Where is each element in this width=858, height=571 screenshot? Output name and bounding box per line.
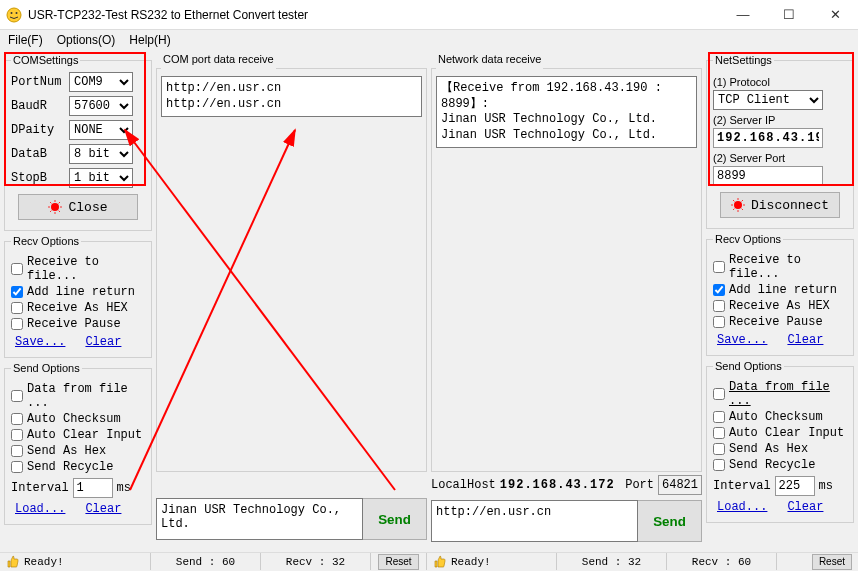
send-options-right: Send Options Data from file ... Auto Che…: [706, 360, 854, 523]
auto-checksum-check[interactable]: [11, 413, 23, 425]
svg-line-10: [50, 211, 51, 212]
svg-line-21: [733, 209, 734, 210]
parity-select[interactable]: NONE: [69, 120, 133, 140]
close-com-label: Close: [68, 200, 107, 215]
status-recv-right: Recv : 60: [692, 556, 751, 568]
recv-save-link-r[interactable]: Save...: [717, 333, 767, 347]
svg-point-0: [7, 8, 21, 22]
recv-clear-link-r[interactable]: Clear: [787, 333, 823, 347]
server-ip-input[interactable]: [713, 128, 823, 148]
status-ready-left: Ready!: [24, 556, 64, 568]
portnum-label: PortNum: [11, 75, 65, 89]
localhost-label: LocalHost: [431, 478, 496, 492]
window-title: USR-TCP232-Test RS232 to Ethernet Conver…: [28, 8, 720, 22]
send-clear-link[interactable]: Clear: [85, 502, 121, 516]
data-from-file-check[interactable]: [11, 390, 23, 402]
datab-select[interactable]: 8 bit: [69, 144, 133, 164]
svg-line-9: [59, 211, 60, 212]
menu-help[interactable]: Help(H): [125, 31, 174, 49]
status-send-right: Send : 32: [582, 556, 641, 568]
reset-button-right[interactable]: Reset: [812, 554, 852, 570]
menubar: File(F) Options(O) Help(H): [0, 30, 858, 50]
com-send-button[interactable]: Send: [363, 498, 427, 540]
net-recv-area[interactable]: 【Receive from 192.168.43.190 : 8899】: Ji…: [436, 76, 697, 148]
status-recv-left: Recv : 32: [286, 556, 345, 568]
send-as-hex-check[interactable]: [11, 445, 23, 457]
maximize-button[interactable]: ☐: [766, 0, 812, 30]
localhost-port-label: Port: [625, 478, 654, 492]
send-options-left: Send Options Data from file ... Auto Che…: [4, 362, 152, 525]
protocol-label: (1) Protocol: [713, 76, 847, 88]
localhost-ip: 192.168.43.172: [500, 478, 615, 492]
localhost-port: [658, 475, 702, 495]
server-port-input[interactable]: [713, 166, 823, 186]
record-icon: [48, 200, 62, 214]
datab-label: DataB: [11, 147, 65, 161]
net-send-button[interactable]: Send: [638, 500, 702, 542]
interval-input-left[interactable]: [73, 478, 113, 498]
svg-point-1: [11, 12, 13, 14]
send-load-link-r[interactable]: Load...: [717, 500, 767, 514]
add-line-return-check-r[interactable]: [713, 284, 725, 296]
portnum-select[interactable]: COM9: [69, 72, 133, 92]
status-send-left: Send : 60: [176, 556, 235, 568]
com-send-input[interactable]: [156, 498, 363, 540]
recv-options-right: Recv Options Receive to file... Add line…: [706, 233, 854, 356]
server-port-label: (2) Server Port: [713, 152, 847, 164]
protocol-select[interactable]: TCP Client: [713, 90, 823, 110]
menu-file[interactable]: File(F): [4, 31, 47, 49]
add-line-return-check[interactable]: [11, 286, 23, 298]
svg-line-19: [733, 200, 734, 201]
recv-pause-check-r[interactable]: [713, 316, 725, 328]
svg-point-2: [16, 12, 18, 14]
recv-to-file-check-r[interactable]: [713, 261, 725, 273]
send-clear-link-r[interactable]: Clear: [787, 500, 823, 514]
recv-options-left: Recv Options Receive to file... Add line…: [4, 235, 152, 358]
svg-line-20: [742, 209, 743, 210]
interval-input-right[interactable]: [775, 476, 815, 496]
parity-label: DPaity: [11, 123, 65, 137]
auto-checksum-check-r[interactable]: [713, 411, 725, 423]
com-settings-legend: COMSettings: [11, 54, 80, 66]
thumbs-up-icon: [6, 555, 20, 569]
net-send-input[interactable]: [431, 500, 638, 542]
recv-as-hex-check-r[interactable]: [713, 300, 725, 312]
svg-point-14: [734, 201, 742, 209]
net-recv-group: Network data receive 【Receive from 192.1…: [431, 62, 702, 472]
send-load-link[interactable]: Load...: [15, 502, 65, 516]
send-as-hex-check-r[interactable]: [713, 443, 725, 455]
baud-label: BaudR: [11, 99, 65, 113]
stopb-label: StopB: [11, 171, 65, 185]
svg-line-8: [50, 202, 51, 203]
disconnect-label: Disconnect: [751, 198, 829, 213]
record-icon: [731, 198, 745, 212]
auto-clear-input-check[interactable]: [11, 429, 23, 441]
svg-point-3: [51, 203, 59, 211]
close-com-button[interactable]: Close: [18, 194, 138, 220]
status-ready-right: Ready!: [451, 556, 491, 568]
recv-as-hex-check[interactable]: [11, 302, 23, 314]
titlebar: USR-TCP232-Test RS232 to Ethernet Conver…: [0, 0, 858, 30]
data-from-file-check-r[interactable]: [713, 388, 725, 400]
net-settings-group: NetSettings (1) ProtocolTCP Client (2) S…: [706, 54, 854, 229]
recv-to-file-check[interactable]: [11, 263, 23, 275]
recv-save-link[interactable]: Save...: [15, 335, 65, 349]
server-ip-label: (2) Server IP: [713, 114, 847, 126]
send-recycle-check-r[interactable]: [713, 459, 725, 471]
close-window-button[interactable]: ✕: [812, 0, 858, 30]
com-settings-group: COMSettings PortNumCOM9 BaudR57600 DPait…: [4, 54, 152, 231]
baud-select[interactable]: 57600: [69, 96, 133, 116]
recv-clear-link[interactable]: Clear: [85, 335, 121, 349]
send-recycle-check[interactable]: [11, 461, 23, 473]
minimize-button[interactable]: —: [720, 0, 766, 30]
reset-button-left[interactable]: Reset: [378, 554, 418, 570]
stopb-select[interactable]: 1 bit: [69, 168, 133, 188]
svg-line-11: [59, 202, 60, 203]
menu-options[interactable]: Options(O): [53, 31, 120, 49]
auto-clear-input-check-r[interactable]: [713, 427, 725, 439]
recv-pause-check[interactable]: [11, 318, 23, 330]
thumbs-up-icon: [433, 555, 447, 569]
disconnect-button[interactable]: Disconnect: [720, 192, 840, 218]
app-icon: [6, 7, 22, 23]
com-recv-area[interactable]: http://en.usr.cn http://en.usr.cn: [161, 76, 422, 117]
